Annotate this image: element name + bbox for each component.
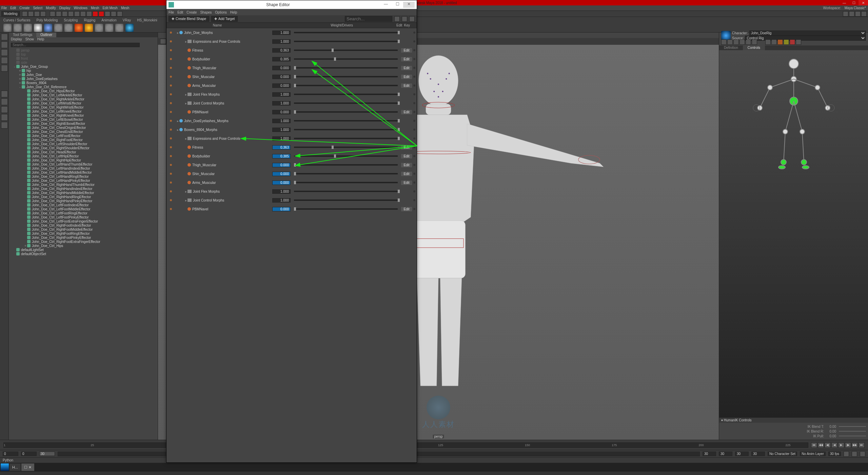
weight-slider[interactable] (294, 76, 398, 77)
status-icon[interactable] (62, 11, 67, 17)
blend-shape-row[interactable]: Thigh_Muscular 0.000 Edit (166, 63, 417, 72)
hik-icon[interactable] (790, 39, 795, 45)
play-back-icon[interactable]: ◀ (831, 442, 837, 448)
edit-button[interactable]: Edit (401, 57, 412, 61)
key-dot[interactable] (413, 129, 415, 131)
shelf-icon[interactable] (95, 24, 103, 32)
key-dot[interactable] (413, 182, 415, 184)
status-icon[interactable] (86, 11, 92, 17)
expand-icon[interactable]: ▸ (184, 198, 188, 202)
outliner-item[interactable]: side (9, 60, 158, 64)
edit-button[interactable]: Edit (401, 180, 412, 185)
status-icon[interactable] (50, 11, 55, 17)
outliner-item[interactable]: +John_Doe (9, 73, 158, 77)
outliner-item[interactable]: +John_Doe_Ctrl_Hips (9, 244, 158, 248)
outliner-item[interactable]: John_Doe_Ctrl_RightFootEffector (9, 138, 158, 142)
slider-value[interactable]: 0.00 (827, 434, 836, 438)
window-maximize[interactable]: ☐ (849, 0, 859, 5)
key-dot[interactable] (413, 155, 415, 157)
taskbar-item[interactable]: ☐ ✕ (21, 463, 34, 471)
add-target-button[interactable]: ✚ Add Target (211, 16, 238, 22)
status-icon[interactable] (56, 11, 61, 17)
step-back-icon[interactable]: ◀◀ (818, 442, 824, 448)
status-icon[interactable] (68, 11, 74, 17)
blend-shape-row[interactable]: ▸John_Doe_Morphs 1.000 (166, 28, 417, 37)
weight-slider[interactable] (294, 147, 398, 148)
shelf-icon[interactable] (34, 24, 42, 32)
blend-shape-row[interactable]: Arms_Muscular 0.000 Edit (166, 178, 417, 187)
weight-slider[interactable] (294, 102, 398, 104)
outliner-item[interactable]: John_Doe_Ctrl_LeftElbowEffector (9, 117, 158, 121)
key-dot[interactable] (413, 40, 415, 42)
blend-shape-row[interactable]: Fitness 0.363 Edit (166, 143, 417, 152)
hik-icon[interactable] (771, 39, 777, 45)
shelf-tab[interactable]: Curves / Surfaces (3, 18, 30, 22)
animlayer-dropdown[interactable]: No Anim Layer (800, 452, 826, 456)
outliner-item[interactable]: John_Doe_Ctrl_RightFootRingEffector (9, 231, 158, 235)
weight-slider[interactable] (294, 120, 398, 121)
slider-track[interactable] (839, 436, 866, 436)
edit-button[interactable]: Edit (401, 110, 412, 114)
weight-slider[interactable] (294, 164, 398, 166)
move-tool-icon[interactable] (1, 49, 8, 56)
weight-value[interactable]: 0.385 (272, 154, 291, 158)
hik-icon[interactable] (739, 39, 745, 45)
hik-icon[interactable] (765, 39, 771, 45)
blend-shape-row[interactable]: Shin_Muscular 0.000 Edit (166, 169, 417, 178)
outliner-item[interactable]: John_Doe_Ctrl_RightHandIndexEffector (9, 187, 158, 191)
shelf-icon[interactable] (115, 24, 123, 32)
outliner-item[interactable]: John_Doe_Ctrl_LeftKneeEffector (9, 109, 158, 113)
layout-icon[interactable] (1, 122, 8, 129)
expand-icon[interactable]: ▸ (176, 128, 179, 132)
key-dot[interactable] (413, 137, 415, 139)
slider-track[interactable] (839, 426, 866, 427)
outliner-item[interactable]: John_Doe_Ctrl_RightFootPinkyEffector (9, 235, 158, 240)
window-maximize[interactable]: ☐ (392, 2, 403, 8)
expand-icon[interactable]: ▸ (184, 101, 188, 105)
key-dot[interactable] (413, 199, 415, 201)
outliner-item[interactable]: John_Doe_Ctrl_RightHandPinkyEffector (9, 199, 158, 203)
layout-icon[interactable] (849, 11, 854, 17)
status-icon[interactable] (93, 11, 98, 17)
status-icon[interactable] (74, 11, 80, 17)
outliner-menu-item[interactable]: Display (11, 37, 22, 42)
status-icon[interactable] (28, 11, 34, 17)
shelf-icon[interactable] (44, 24, 52, 32)
outliner-item[interactable]: +Boxers_8904 (9, 81, 158, 85)
blend-shape-row[interactable]: PBMNavel 0.000 Edit (166, 205, 417, 213)
outliner-item[interactable]: front (9, 56, 158, 60)
layout-icon[interactable] (1, 114, 8, 121)
edit-button[interactable]: Edit (401, 145, 412, 150)
key-dot[interactable] (413, 208, 415, 210)
weight-slider[interactable] (294, 182, 398, 183)
outliner-menu-item[interactable]: Help (37, 37, 44, 42)
outliner-item[interactable]: John_Doe_Ctrl_HipsEffector (9, 89, 158, 93)
maya-logo-icon[interactable] (1, 463, 9, 471)
outliner-search[interactable] (11, 43, 140, 47)
layout-icon[interactable] (843, 11, 848, 17)
shape-editor-titlebar[interactable]: Shape Editor — ☐ ✕ (166, 0, 417, 9)
status-icon[interactable] (99, 11, 104, 17)
weight-slider[interactable] (294, 155, 398, 157)
key-dot[interactable] (413, 102, 415, 104)
rotate-tool-icon[interactable] (1, 57, 8, 64)
tab-definition[interactable]: Definition (719, 45, 743, 50)
key-dot[interactable] (413, 190, 415, 192)
outliner-item[interactable]: defaultLightSet (9, 248, 158, 252)
layout-icon[interactable] (1, 91, 8, 97)
weight-value[interactable]: 1.000 (272, 119, 291, 123)
blend-shape-row[interactable]: Fitness 0.363 Edit (166, 46, 417, 55)
outliner-item[interactable]: John_Doe_Ctrl_LeftHandPinkyEffector (9, 178, 158, 183)
status-icon[interactable] (111, 11, 116, 17)
shelf-icon[interactable] (75, 24, 83, 32)
rewind-end-icon[interactable]: ⏭ (859, 442, 865, 448)
weight-value[interactable]: 1.000 (272, 39, 291, 44)
shelf-tab[interactable]: Rigging (84, 18, 95, 22)
shelf-icon[interactable] (105, 24, 113, 32)
outliner-menu-item[interactable]: Show (25, 37, 34, 42)
outliner-item[interactable]: defaultObjectSet (9, 252, 158, 256)
edit-button[interactable]: Edit (401, 163, 412, 167)
menu-modify[interactable]: Modify (46, 6, 56, 10)
key-dot[interactable] (413, 67, 415, 69)
weight-value[interactable]: 1.000 (272, 189, 291, 194)
